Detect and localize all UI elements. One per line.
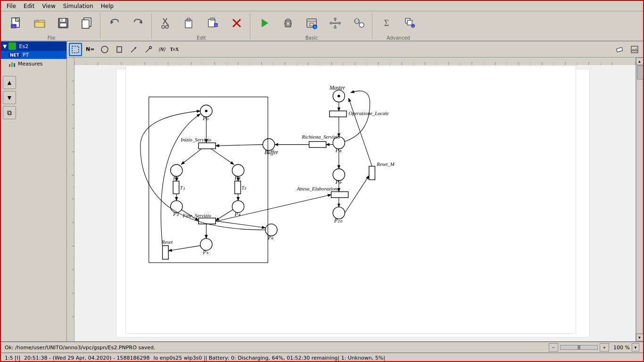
tree-item-measures[interactable]: Measures (1, 59, 66, 68)
svg-line-61 (146, 48, 150, 52)
trans-inizio[interactable] (198, 143, 215, 149)
rg-button[interactable]: RG (347, 12, 370, 34)
p10-label: P₁₀ (334, 218, 343, 224)
trans-attesa[interactable] (331, 192, 348, 198)
net-badge: NET (8, 53, 21, 58)
copy-pages-button[interactable] (75, 12, 98, 34)
save-button[interactable] (52, 12, 74, 34)
richiesta-label: Richiesta_Servizio (301, 134, 340, 140)
place-p6[interactable] (265, 224, 277, 236)
trans-reset[interactable] (163, 246, 169, 259)
token-master (338, 95, 340, 97)
zoom-decrease-button[interactable]: − (549, 343, 558, 352)
place-p5[interactable] (200, 239, 212, 250)
t1-label: T₁ (180, 185, 185, 190)
zoom-increase-button[interactable]: + (600, 343, 609, 352)
svg-rect-58 (117, 47, 122, 52)
token-p0 (205, 110, 207, 112)
svg-point-18 (162, 25, 165, 28)
p6-label: P₆ (267, 235, 274, 241)
transition-tool[interactable] (113, 43, 126, 56)
trans-t1[interactable] (173, 181, 179, 194)
vscrollbar: ▲ ▼ (636, 58, 643, 341)
arc-tool[interactable] (127, 43, 140, 56)
trans-operazione-locale[interactable] (330, 111, 347, 117)
svg-marker-14 (111, 20, 114, 24)
place-p3[interactable] (171, 201, 182, 213)
svg-point-45 (359, 23, 364, 27)
copy-item-button[interactable]: ⧉ (3, 106, 16, 119)
svg-point-43 (334, 26, 337, 29)
sys-info: lo enp0s25 wlp3s0 || Battery: 0: Dischar… (153, 355, 385, 361)
menu-file[interactable]: File (3, 2, 20, 10)
svg-rect-13 (82, 20, 89, 28)
canvas-drawing[interactable]: Master Operazione_Locale P₈ (74, 58, 636, 341)
svg-rect-24 (211, 18, 215, 20)
trans-reset-m[interactable] (369, 166, 375, 180)
menu-simulation[interactable]: Simulation (59, 2, 97, 10)
svg-text:+: + (412, 25, 414, 28)
svg-rect-11 (61, 19, 63, 21)
eraser-tool[interactable] (613, 43, 626, 56)
pt-label: PT (23, 52, 29, 58)
trans-fine[interactable] (198, 218, 215, 224)
undo-button[interactable] (103, 12, 126, 34)
move-down-button[interactable]: ▼ (3, 91, 16, 104)
redo-button[interactable] (127, 12, 149, 34)
vscroll-track[interactable] (636, 65, 643, 334)
p9-label: P₉ (335, 179, 342, 185)
advanced-group-label: Advanced (387, 35, 410, 41)
buffer-label: Buffer (264, 149, 279, 156)
export-button[interactable]: ⎋ (300, 12, 323, 34)
scroll-down-button[interactable]: ▼ (636, 334, 644, 341)
sigma-button[interactable]: Σ (375, 12, 398, 34)
place-p2[interactable] (232, 165, 244, 176)
place-buffer[interactable] (263, 139, 274, 150)
tree-item-pt[interactable]: NET PT (1, 51, 66, 59)
select-tool[interactable] (69, 43, 82, 56)
measures-label: Measures (18, 61, 42, 67)
editor-time: 20:51:38 - (Wed 29 Apr, 04.2020) - 15881… (24, 355, 149, 361)
petri-net-canvas[interactable]: Master Operazione_Locale P₈ (74, 65, 636, 341)
svg-point-62 (149, 46, 152, 49)
adv2-button[interactable]: + (399, 12, 421, 34)
scroll-up-button[interactable]: ▲ (636, 58, 644, 65)
hruler (74, 58, 636, 65)
menu-edit[interactable]: Edit (20, 2, 38, 10)
svg-point-31 (286, 22, 290, 25)
tree-root[interactable]: ▼ Es2 (1, 41, 66, 51)
toolbar-undoredo-group (101, 13, 152, 39)
paste2-button[interactable]: + (202, 12, 224, 34)
camera-button[interactable] (277, 12, 299, 34)
cut-button[interactable] (155, 12, 177, 34)
svg-rect-34 (310, 23, 314, 26)
open-button[interactable] (28, 12, 51, 34)
inhibit-tool[interactable] (142, 43, 155, 56)
toolbar-basic-group: ⎋ RG Basic (251, 13, 372, 39)
menu-view[interactable]: View (38, 2, 59, 10)
place-p1[interactable] (171, 165, 182, 176)
move-up-button[interactable]: ▲ (3, 76, 16, 89)
export-image-tool[interactable] (628, 43, 641, 56)
delete-button[interactable] (225, 12, 248, 34)
place-p9[interactable] (333, 169, 345, 181)
trans-richiesta[interactable] (309, 141, 326, 148)
zoom-slider[interactable] (560, 345, 598, 350)
ncounter-tool[interactable]: N= (83, 43, 97, 56)
new-button[interactable]: + (5, 12, 27, 34)
tex-tool[interactable]: TEX (168, 43, 181, 56)
place-p4[interactable] (232, 201, 244, 213)
trans-t2[interactable] (235, 181, 241, 194)
reset-label: Reset (161, 239, 173, 245)
label-tool[interactable]: ⟨N⟩ (157, 43, 166, 56)
paste1-button[interactable] (178, 12, 201, 34)
menu-help[interactable]: Help (97, 2, 117, 10)
place-tool[interactable] (98, 43, 111, 56)
tool1-button[interactable] (324, 12, 347, 34)
place-p10[interactable] (333, 207, 345, 219)
zoom-dropdown-button[interactable]: ▼ (632, 343, 639, 352)
svg-text:⎋: ⎋ (314, 25, 316, 29)
file-group-label: File (48, 35, 56, 41)
svg-marker-15 (139, 20, 142, 24)
run-button[interactable] (253, 12, 276, 34)
